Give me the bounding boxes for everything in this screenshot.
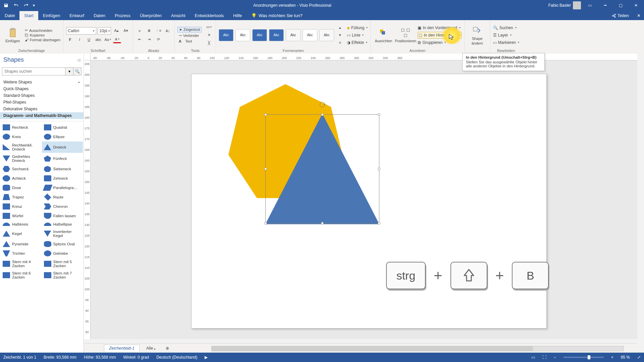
tab-data[interactable]: Daten xyxy=(89,11,110,20)
bring-to-front-button[interactable]: ▣In den Vordergrund▾ xyxy=(418,24,461,31)
select-button[interactable]: ▭Markieren▾ xyxy=(493,39,519,46)
shape-style-5[interactable]: Abc xyxy=(286,29,301,41)
selection-handle-w[interactable] xyxy=(264,168,267,170)
shape-item-quadrat[interactable]: Quadrat xyxy=(42,123,83,132)
shape-item-pyramide[interactable]: Pyramide xyxy=(1,239,42,249)
shape-item-raute[interactable]: Raute xyxy=(42,192,83,202)
delete-tool-button[interactable]: ✕ xyxy=(205,32,213,39)
shapes-search-dropdown[interactable]: ▾ xyxy=(65,67,73,75)
zoom-slider[interactable] xyxy=(564,357,604,358)
align-button[interactable]: Ausrichten xyxy=(373,24,393,47)
shape-item-sechseck[interactable]: Sechseck xyxy=(1,164,42,174)
status-language[interactable]: Deutsch (Deutschland) xyxy=(156,355,197,360)
shape-item-invertierter-kegel[interactable]: Invertierter Kegel xyxy=(42,228,83,239)
shape-item-siebeneck[interactable]: Siebeneck xyxy=(42,164,83,174)
drawing-page[interactable]: strg + + B xyxy=(191,74,547,328)
stencil-diagram-math[interactable]: Diagramm- und Mathematik-Shapes xyxy=(0,112,84,119)
undo-button[interactable] xyxy=(11,1,21,10)
fit-page-button[interactable]: ⤢ xyxy=(637,355,641,360)
tab-design[interactable]: Entwurf xyxy=(65,11,89,20)
shape-item-w-rfel[interactable]: Würfel xyxy=(1,211,42,221)
shape-item-ellipse[interactable]: Ellipse xyxy=(42,132,83,141)
shape-item-dreieck[interactable]: Dreieck xyxy=(42,141,83,153)
stencil-quick[interactable]: Quick-Shapes xyxy=(0,85,84,92)
ruler-horizontal[interactable]: -80-60-40-200204060801001201401601802002… xyxy=(91,54,637,60)
shape-item-kegel[interactable]: Kegel xyxy=(1,228,42,239)
tab-file[interactable]: Datei xyxy=(0,11,19,20)
style-gallery-more[interactable]: ≡ xyxy=(336,39,344,46)
zoom-out-button[interactable]: − xyxy=(554,355,556,360)
close-document-button[interactable]: ✕ xyxy=(634,11,644,20)
ribbon-display-options[interactable]: ▭ xyxy=(583,1,596,10)
change-shape-button[interactable]: Shape ändern xyxy=(467,24,487,47)
shape-style-6[interactable]: Abc xyxy=(303,29,317,41)
connection-point-tool-button[interactable]: ╳ xyxy=(205,40,213,47)
shape-style-3[interactable]: Abc xyxy=(252,29,267,41)
save-button[interactable] xyxy=(1,1,11,10)
indent-right-button[interactable]: ⇥ xyxy=(145,36,153,43)
tab-start[interactable]: Start xyxy=(19,11,38,20)
selection-handle-nw[interactable] xyxy=(264,113,267,116)
selection-handle-s[interactable] xyxy=(321,222,324,225)
rotation-handle[interactable] xyxy=(320,102,325,107)
paste-button[interactable]: Einfügen xyxy=(3,24,23,47)
maximize-button[interactable]: ▢ xyxy=(614,1,627,10)
shape-item-halbkreis[interactable]: Halbkreis xyxy=(1,221,42,228)
horizontal-scrollbar[interactable] xyxy=(211,346,624,351)
font-name-combo[interactable]: Calibri▾ xyxy=(66,27,96,35)
rectangle-tool-button[interactable]: ▭▾ xyxy=(205,23,213,31)
tab-view[interactable]: Ansicht xyxy=(166,11,190,20)
style-gallery-up[interactable]: ▴ xyxy=(336,24,344,32)
underline-button[interactable]: U xyxy=(85,36,93,43)
bold-button[interactable]: F xyxy=(66,36,74,43)
font-color-button[interactable]: A▾ xyxy=(113,36,121,43)
zoom-level[interactable]: 95 % xyxy=(621,355,630,360)
close-button[interactable]: ✕ xyxy=(629,1,643,10)
position-button[interactable]: Positionieren xyxy=(395,24,416,47)
font-size-combo[interactable]: 10pt.▾ xyxy=(98,27,111,35)
shape-item-halbellipse[interactable]: Halbellipse xyxy=(42,221,83,228)
indent-left-button[interactable]: ⇤ xyxy=(136,36,144,43)
shape-style-4[interactable]: Abc xyxy=(269,29,284,41)
line-button[interactable]: ▭Linie▾ xyxy=(347,32,368,39)
style-gallery-down[interactable]: ▾ xyxy=(336,32,344,39)
pointer-tool-button[interactable]: ➤Zeigertool xyxy=(177,27,202,33)
tab-process[interactable]: Prozess xyxy=(110,11,135,20)
selection-handle-n[interactable] xyxy=(321,113,324,116)
stencil-more-shapes[interactable]: Weitere Shapes▸ xyxy=(0,79,84,85)
page-tab-all[interactable]: Alle ▴ xyxy=(143,345,159,352)
shape-item-getriebe[interactable]: Getriebe xyxy=(42,249,83,258)
rotate-text-button[interactable]: ⟳ xyxy=(154,36,162,43)
shape-item-stern-mit-4-zacken[interactable]: Stern mit 4 Zacken xyxy=(1,258,42,269)
tab-insert[interactable]: Einfügen xyxy=(38,11,65,20)
shape-item-stern-mit-6-zacken[interactable]: Stern mit 6 Zacken xyxy=(1,269,42,281)
text-direction-button[interactable]: A↕ xyxy=(164,27,172,35)
shape-item-trichter[interactable]: Trichter xyxy=(1,249,42,258)
shape-item-trapez[interactable]: Trapez xyxy=(1,192,42,202)
redo-button[interactable] xyxy=(21,1,31,10)
shape-item-spitzes-oval[interactable]: Spitzes Oval xyxy=(42,239,83,249)
ruler-vertical[interactable]: 2052001951901851801751701651601551501451… xyxy=(84,60,91,339)
copy-button[interactable]: ⿻Kopieren xyxy=(25,33,60,37)
shape-style-7[interactable]: Abc xyxy=(319,29,334,41)
selection-handle-sw[interactable] xyxy=(264,222,267,225)
tab-review[interactable]: Überprüfen xyxy=(135,11,166,20)
shape-item-dose[interactable]: Dose xyxy=(1,183,42,192)
tab-help[interactable]: Hilfe xyxy=(228,11,247,20)
selection-handle-se[interactable] xyxy=(378,222,380,225)
shape-style-1[interactable]: Abc xyxy=(219,29,233,41)
macro-record-icon[interactable]: ▶ xyxy=(205,355,208,360)
cut-button[interactable]: ✂Ausschneiden xyxy=(25,28,60,33)
stencil-standard[interactable]: Standard-Shapes xyxy=(0,92,84,99)
horizontal-scrollbar-thumb[interactable] xyxy=(212,346,533,351)
zoom-in-button[interactable]: + xyxy=(611,355,613,360)
stencil-decorative[interactable]: Dekorative Shapes xyxy=(0,106,84,112)
shape-item-parallelogra-[interactable]: Parallelogra… xyxy=(42,183,83,192)
shapes-search-input[interactable] xyxy=(2,67,65,75)
shape-item-achteck[interactable]: Achteck xyxy=(1,174,42,183)
minimize-button[interactable]: ━ xyxy=(598,1,612,10)
collapse-shapes-icon[interactable]: ◁ xyxy=(77,58,80,62)
shape-item-f-nfeck[interactable]: Fünfeck xyxy=(42,153,83,164)
bullets-button[interactable]: ⋮≡ xyxy=(154,27,162,35)
shape-item-chevron[interactable]: Chevron xyxy=(42,202,83,211)
